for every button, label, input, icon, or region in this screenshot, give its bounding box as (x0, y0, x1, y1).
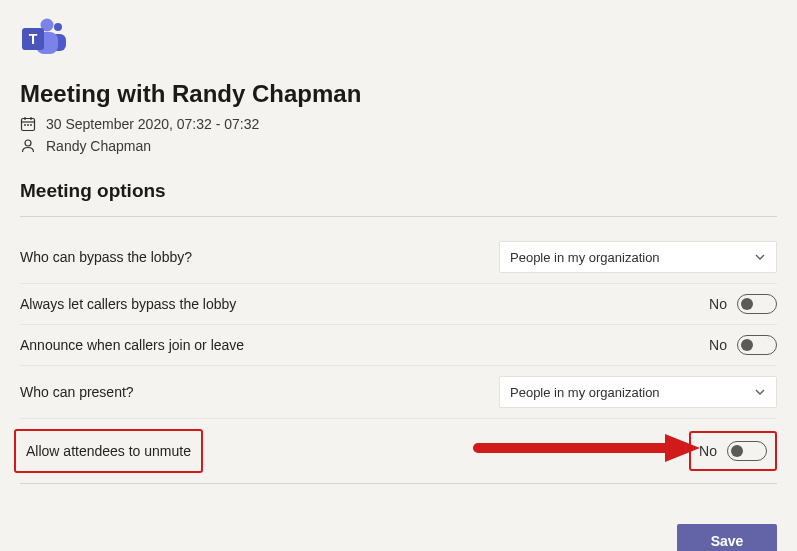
option-label: Who can bypass the lobby? (20, 249, 192, 265)
section-title: Meeting options (20, 180, 777, 202)
highlight-box: Allow attendees to unmute (14, 429, 203, 473)
option-label: Who can present? (20, 384, 134, 400)
svg-point-0 (54, 23, 62, 31)
option-callers-bypass: Always let callers bypass the lobby No (20, 284, 777, 325)
chevron-down-icon (754, 386, 766, 398)
option-label: Allow attendees to unmute (26, 443, 191, 459)
meeting-organizer: Randy Chapman (46, 138, 151, 154)
option-label: Announce when callers join or leave (20, 337, 244, 353)
svg-point-13 (25, 140, 31, 146)
announce-toggle[interactable] (737, 335, 777, 355)
divider (20, 483, 777, 484)
toggle-label: No (709, 337, 727, 353)
option-lobby-bypass: Who can bypass the lobby? People in my o… (20, 231, 777, 284)
svg-marker-15 (665, 434, 700, 462)
person-icon (20, 138, 36, 154)
lobby-bypass-select[interactable]: People in my organization (499, 241, 777, 273)
option-label: Always let callers bypass the lobby (20, 296, 236, 312)
toggle-label: No (699, 443, 717, 459)
meeting-title: Meeting with Randy Chapman (20, 80, 777, 108)
svg-point-12 (30, 124, 32, 126)
option-who-present: Who can present? People in my organizati… (20, 366, 777, 419)
chevron-down-icon (754, 251, 766, 263)
calendar-icon (20, 116, 36, 132)
highlight-box: No (689, 431, 777, 471)
option-announce: Announce when callers join or leave No (20, 325, 777, 366)
select-value: People in my organization (510, 250, 660, 265)
divider (20, 216, 777, 217)
select-value: People in my organization (510, 385, 660, 400)
callers-bypass-toggle[interactable] (737, 294, 777, 314)
teams-logo: T (20, 18, 68, 64)
save-button[interactable]: Save (677, 524, 777, 551)
svg-text:T: T (29, 31, 38, 47)
meeting-datetime-row: 30 September 2020, 07:32 - 07:32 (20, 116, 777, 132)
allow-unmute-toggle[interactable] (727, 441, 767, 461)
svg-point-10 (24, 124, 26, 126)
meeting-organizer-row: Randy Chapman (20, 138, 777, 154)
svg-point-11 (27, 124, 29, 126)
annotation-arrow-icon (470, 428, 700, 468)
who-present-select[interactable]: People in my organization (499, 376, 777, 408)
toggle-label: No (709, 296, 727, 312)
meeting-datetime: 30 September 2020, 07:32 - 07:32 (46, 116, 259, 132)
